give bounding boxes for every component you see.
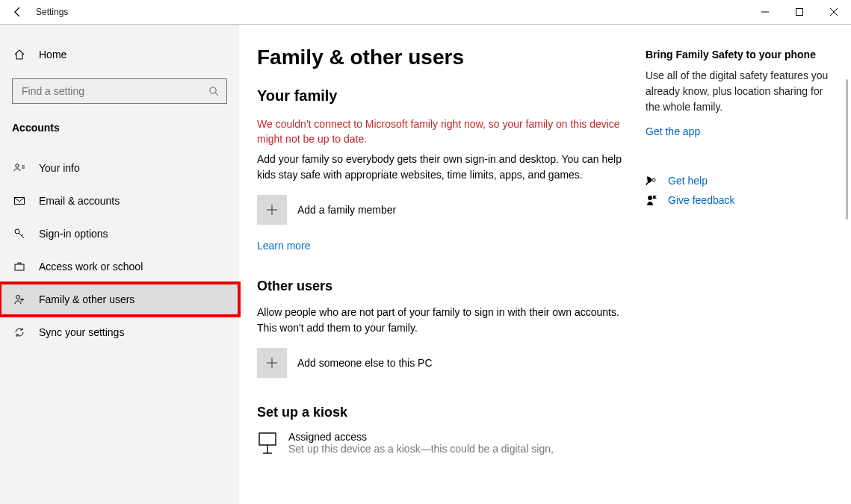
- section-other-title: Other users: [257, 279, 625, 294]
- page-title: Family & other users: [257, 46, 625, 69]
- kiosk-label: Assigned access: [288, 431, 554, 443]
- add-family-label: Add a family member: [297, 204, 396, 216]
- key-icon: [12, 228, 27, 240]
- svg-point-2: [210, 87, 216, 93]
- svg-rect-1: [796, 9, 803, 16]
- svg-point-20: [652, 178, 655, 181]
- section-kiosk-title: Set up a kiosk: [257, 405, 625, 420]
- sidebar-item-label: Your info: [39, 162, 80, 174]
- family-icon: [12, 293, 27, 305]
- section-family-title: Your family: [257, 87, 625, 105]
- sync-icon: [12, 326, 27, 338]
- aside-panel: Bring Family Safety to your phone Use al…: [643, 25, 851, 504]
- search-input[interactable]: [20, 84, 208, 98]
- home-icon: [12, 49, 27, 60]
- minimize-button[interactable]: [748, 0, 782, 24]
- add-other-user-button[interactable]: Add someone else to this PC: [257, 348, 625, 378]
- maximize-button[interactable]: [782, 0, 817, 24]
- sidebar-item-label: Sign-in options: [39, 228, 108, 240]
- window-title: Settings: [36, 7, 68, 17]
- kiosk-icon: [257, 431, 278, 455]
- sidebar-item-label: Sync your settings: [39, 326, 124, 338]
- svg-line-3: [215, 93, 218, 96]
- sidebar-item-signin[interactable]: Sign-in options: [0, 217, 239, 250]
- other-desc: Allow people who are not part of your fa…: [257, 305, 625, 336]
- person-card-icon: [12, 162, 27, 174]
- title-bar: Settings: [0, 0, 851, 24]
- assigned-access-button[interactable]: Assigned access Set up this device as a …: [257, 431, 625, 455]
- search-box[interactable]: [12, 78, 227, 104]
- get-help-link[interactable]: Get help: [646, 175, 830, 187]
- main-panel: Family & other users Your family We coul…: [239, 25, 851, 504]
- get-app-link[interactable]: Get the app: [646, 125, 700, 137]
- sidebar-item-email[interactable]: Email & accounts: [0, 184, 239, 217]
- sidebar-item-work[interactable]: Access work or school: [0, 250, 239, 283]
- kiosk-sub: Set up this device as a kiosk—this could…: [288, 443, 554, 455]
- feedback-icon: [646, 194, 657, 206]
- back-button[interactable]: [0, 6, 36, 18]
- close-button[interactable]: [817, 0, 851, 24]
- sidebar-item-sync[interactable]: Sync your settings: [0, 316, 239, 349]
- family-desc: Add your family so everybody gets their …: [257, 152, 625, 183]
- sidebar-category: Accounts: [0, 114, 239, 141]
- sidebar-item-label: Email & accounts: [39, 195, 120, 207]
- promo-text: Use all of the digital safety features y…: [646, 68, 830, 115]
- promo-title: Bring Family Safety to your phone: [646, 49, 830, 60]
- svg-point-4: [16, 164, 19, 167]
- briefcase-icon: [12, 261, 27, 273]
- plus-icon: [257, 195, 287, 225]
- scrollbar[interactable]: [846, 79, 848, 220]
- sidebar: Home Accounts Your info Email & accounts…: [0, 25, 239, 504]
- sidebar-home[interactable]: Home: [0, 38, 239, 71]
- search-icon: [208, 86, 219, 96]
- sidebar-item-your-info[interactable]: Your info: [0, 152, 239, 184]
- add-family-member-button[interactable]: Add a family member: [257, 195, 625, 225]
- sidebar-home-label: Home: [39, 49, 66, 60]
- help-icon: [646, 175, 657, 187]
- mail-icon: [12, 195, 27, 207]
- family-error-text: We couldn't connect to Microsoft family …: [257, 116, 625, 147]
- get-help-label: Get help: [668, 175, 708, 187]
- svg-point-10: [16, 296, 20, 299]
- plus-icon: [257, 348, 287, 378]
- titlebar-divider: [0, 24, 851, 25]
- feedback-label: Give feedback: [668, 194, 735, 206]
- sidebar-item-label: Family & other users: [39, 293, 134, 305]
- give-feedback-link[interactable]: Give feedback: [646, 194, 830, 206]
- svg-point-21: [648, 196, 652, 200]
- learn-more-link[interactable]: Learn more: [257, 240, 311, 252]
- svg-rect-9: [15, 264, 24, 270]
- sidebar-item-family[interactable]: Family & other users: [0, 283, 239, 316]
- svg-rect-17: [259, 433, 276, 445]
- add-other-label: Add someone else to this PC: [297, 357, 433, 369]
- sidebar-item-label: Access work or school: [39, 261, 143, 273]
